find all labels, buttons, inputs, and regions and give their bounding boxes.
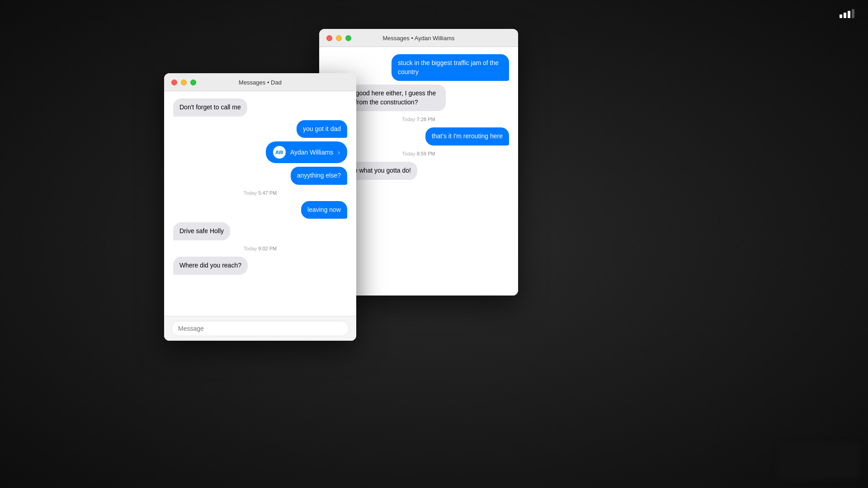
contact-name-aydan: Aydan Williams: [290, 149, 333, 156]
bubble-dad7: Drive safe Holly: [173, 222, 230, 240]
bubble-dad9: Where did you reach?: [173, 257, 248, 275]
minimize-button-aydan[interactable]: [336, 35, 342, 41]
titlebar-dad: Messages • Dad: [164, 73, 356, 91]
timestamp-dad5: Today 5:47 PM: [173, 190, 347, 196]
bubble-dad6: leaving now: [301, 201, 347, 219]
minimize-button-dad[interactable]: [181, 80, 187, 85]
window-dad: Messages • Dad Don't forget to call me y…: [164, 73, 356, 341]
titlebar-aydan: Messages • Aydan Williams: [319, 29, 518, 47]
chevron-right-icon: ›: [338, 149, 340, 156]
window-title-aydan: Messages • Aydan Williams: [383, 35, 455, 42]
bubble-dad2: you got it dad: [297, 120, 347, 138]
traffic-lights-dad: [171, 80, 196, 85]
window-body-dad: Don't forget to call me you got it dad A…: [164, 91, 356, 341]
window-title-dad: Messages • Dad: [239, 79, 282, 86]
maximize-button-dad[interactable]: [190, 80, 196, 85]
message-input-bar-dad: [164, 316, 356, 341]
bubble-aw1: stuck in the biggest traffic jam of the …: [392, 54, 509, 81]
traffic-lights-aydan: [326, 35, 351, 41]
signal-bar-3: [848, 11, 850, 18]
signal-bar-4: [852, 9, 854, 18]
avatar-aydan: AW: [273, 146, 286, 159]
messages-area-dad[interactable]: Don't forget to call me you got it dad A…: [164, 91, 356, 316]
timestamp-dad8: Today 9:02 PM: [173, 246, 347, 251]
bubble-dad1: Don't forget to call me: [173, 99, 247, 117]
message-input-dad[interactable]: [171, 321, 349, 336]
signal-bar-1: [840, 14, 842, 18]
signal-bars: [840, 9, 854, 18]
bubble-aw4: that's it I'm rerouting here: [425, 127, 509, 145]
bubble-dad4: anyything else?: [291, 167, 347, 185]
signal-bar-2: [844, 13, 846, 18]
maximize-button-aydan[interactable]: [345, 35, 351, 41]
contact-suggestion-aydan[interactable]: AW Aydan Williams ›: [266, 141, 347, 163]
close-button-aydan[interactable]: [326, 35, 332, 41]
close-button-dad[interactable]: [171, 80, 177, 85]
blur-overlay: [778, 443, 859, 479]
